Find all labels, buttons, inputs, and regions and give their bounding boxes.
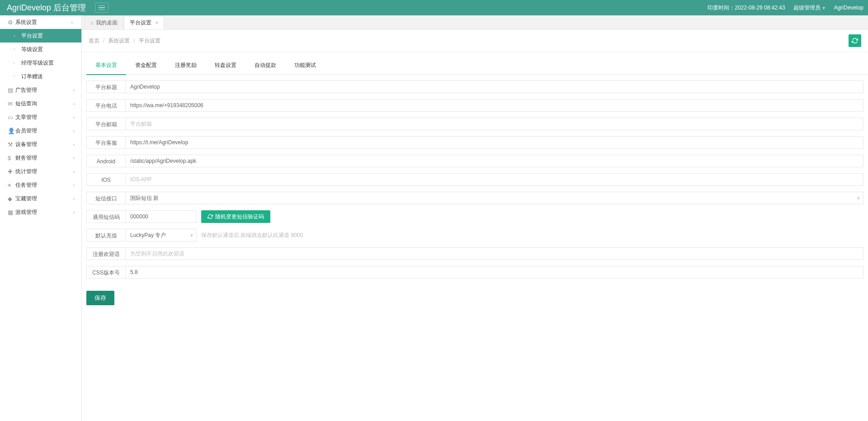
breadcrumb-item: 平台设置: [139, 37, 160, 45]
menu-label: 任务管理: [15, 181, 37, 189]
image-icon: ▨: [8, 87, 15, 94]
diamond-icon: ◆: [8, 195, 15, 202]
menu-label: 财务管理: [15, 154, 37, 162]
sidebar-subitem[interactable]: ›经理等级设置: [0, 56, 81, 70]
chevron-icon: ‹: [73, 169, 75, 174]
user-role-dropdown[interactable]: 超级管理员▼: [793, 4, 826, 12]
platform-service-input[interactable]: [125, 136, 863, 149]
field-label: 默认充值: [86, 229, 125, 241]
submenu-label: 订单赠送: [21, 73, 43, 80]
welcome-input[interactable]: [125, 247, 863, 260]
mail-icon: ✉: [8, 100, 15, 107]
refresh-button[interactable]: [849, 34, 861, 47]
regenerate-sms-button[interactable]: 随机变更短信验证码: [201, 210, 270, 223]
tab-label: 我的桌面: [96, 19, 118, 27]
menu-label: 会员管理: [15, 127, 37, 135]
sidebar-item[interactable]: ✉短信查询‹: [0, 97, 81, 110]
field-label: 通用短信码: [86, 210, 125, 223]
breadcrumb-row: 首页/系统设置/平台设置: [82, 30, 868, 52]
chevron-icon: ‹: [73, 88, 75, 93]
main-content: ⌂我的桌面平台设置× 首页/系统设置/平台设置 基本设置资金配置注册奖励转盘设置…: [82, 15, 868, 421]
sidebar-item[interactable]: ⚒设备管理‹: [0, 137, 81, 151]
menu-label: 统计管理: [15, 168, 37, 175]
sidebar-item[interactable]: ▦游戏管理‹: [0, 205, 81, 219]
device-icon: ⚒: [8, 141, 15, 148]
header-right: 印度时间：2022-08-29 08:42:43 超级管理员▼ AgriDeve…: [708, 4, 863, 12]
default-recharge-select[interactable]: [125, 229, 197, 241]
book-icon: ▭: [8, 114, 15, 121]
sms-code-input[interactable]: [125, 210, 197, 223]
field-label: 平台标题: [86, 80, 125, 93]
section-tab[interactable]: 基本设置: [86, 57, 126, 75]
section-tab[interactable]: 资金配置: [126, 57, 166, 75]
gear-icon: ⚙: [8, 19, 15, 26]
sidebar-subitem[interactable]: ›平台设置: [0, 29, 81, 43]
breadcrumb-item[interactable]: 首页: [89, 37, 99, 45]
chevron-icon: ‹: [73, 156, 75, 161]
submenu-label: 经理等级设置: [21, 59, 54, 67]
chevron-right-icon: ›: [14, 74, 21, 79]
sidebar-subitem[interactable]: ›订单赠送: [0, 70, 81, 83]
money-icon: $: [8, 155, 15, 161]
platform-title-input[interactable]: [125, 80, 863, 93]
breadcrumb: 首页/系统设置/平台设置: [89, 37, 160, 45]
field-label: IOS: [86, 173, 125, 186]
chevron-icon: ‹: [73, 142, 75, 147]
sidebar-item[interactable]: $财务管理‹: [0, 151, 81, 165]
menu-label: 系统设置: [15, 19, 37, 26]
menu-label: 文章管理: [15, 114, 37, 121]
section-tab[interactable]: 自动提款: [245, 57, 285, 75]
css-version-input[interactable]: [125, 266, 863, 279]
sidebar-item[interactable]: ⚙系统设置⌄: [0, 15, 81, 29]
ios-input[interactable]: [125, 173, 863, 186]
window-tab[interactable]: 平台设置×: [124, 15, 164, 29]
app-title: AgriDevelop 后台管理: [7, 2, 86, 13]
field-label: 注册欢迎语: [86, 247, 125, 260]
calendar-icon: ▦: [8, 209, 15, 216]
sidebar-subitem[interactable]: ›等级设置: [0, 43, 81, 56]
sms-api-select[interactable]: [125, 192, 863, 204]
save-button[interactable]: 保存: [86, 291, 114, 305]
field-label: 平台客服: [86, 136, 125, 149]
sidebar: ⚙系统设置⌄›平台设置›等级设置›经理等级设置›订单赠送▨广告管理‹✉短信查询‹…: [0, 15, 82, 421]
field-label: 平台电话: [86, 99, 125, 112]
chevron-icon: ‹: [73, 128, 75, 133]
user-name[interactable]: AgriDevelop: [834, 5, 863, 11]
menu-label: 设备管理: [15, 141, 37, 148]
window-tab[interactable]: ⌂我的桌面: [85, 15, 123, 29]
section-tab[interactable]: 转盘设置: [206, 57, 245, 75]
tab-label: 平台设置: [130, 19, 151, 27]
hint-text: 保存默认通道后,前端就会默认此通道 8000: [201, 232, 303, 239]
menu-label: 游戏管理: [15, 208, 37, 216]
chevron-icon: ⌄: [71, 20, 75, 24]
close-icon[interactable]: ×: [156, 20, 158, 25]
menu-label: 宝藏管理: [15, 195, 37, 203]
section-tab[interactable]: 注册奖励: [166, 57, 206, 75]
user-icon: 👤: [8, 128, 15, 134]
section-tabs: 基本设置资金配置注册奖励转盘设置自动提款功能测试: [82, 57, 868, 75]
chevron-icon: ‹: [73, 210, 75, 215]
menu-label: 广告管理: [15, 86, 37, 94]
chevron-right-icon: ›: [14, 61, 21, 65]
sidebar-item[interactable]: ▨广告管理‹: [0, 83, 81, 97]
platform-email-input[interactable]: [125, 118, 863, 130]
chevron-icon: ‹: [73, 115, 75, 120]
field-label: 短信接口: [86, 192, 125, 204]
platform-phone-input[interactable]: [125, 99, 863, 112]
android-input[interactable]: [125, 155, 863, 167]
window-tabs: ⌂我的桌面平台设置×: [82, 15, 868, 30]
task-icon: ≡: [8, 182, 15, 189]
field-label: Android: [86, 155, 125, 167]
breadcrumb-item[interactable]: 系统设置: [108, 37, 130, 45]
sidebar-item[interactable]: ✚统计管理‹: [0, 165, 81, 178]
sidebar-item[interactable]: ▭文章管理‹: [0, 110, 81, 124]
submenu-label: 等级设置: [21, 46, 43, 53]
sidebar-item[interactable]: 👤会员管理‹: [0, 124, 81, 137]
chevron-right-icon: ›: [14, 47, 21, 52]
sidebar-toggle-button[interactable]: [95, 3, 108, 13]
field-label: 平台邮箱: [86, 118, 125, 130]
sidebar-item[interactable]: ≡任务管理‹: [0, 178, 81, 192]
section-tab[interactable]: 功能测试: [285, 57, 325, 75]
sidebar-item[interactable]: ◆宝藏管理‹: [0, 192, 81, 205]
settings-form: 平台标题 平台电话 平台邮箱 平台客服 Android: [82, 75, 868, 314]
